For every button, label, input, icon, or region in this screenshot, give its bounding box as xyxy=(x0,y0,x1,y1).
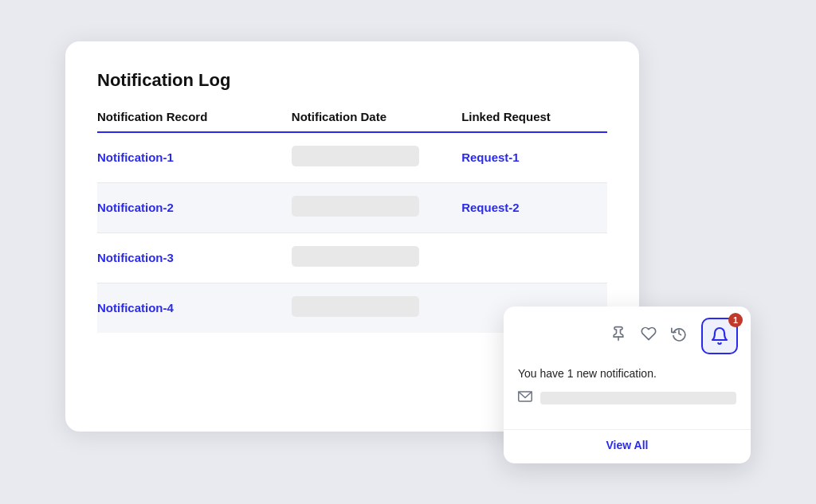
notification-link-2[interactable]: Notification-2 xyxy=(97,201,174,214)
col-header-request: Linked Request xyxy=(461,110,607,132)
popup-body: You have 1 new notification. xyxy=(504,362,751,429)
card-title: Notification Log xyxy=(97,70,607,91)
bell-icon xyxy=(710,326,729,346)
pin-icon[interactable] xyxy=(610,326,626,346)
table-row: Notification-2 Request-2 xyxy=(97,182,607,232)
envelope-icon xyxy=(518,391,532,405)
popup-item xyxy=(518,391,736,405)
date-placeholder-1 xyxy=(292,146,419,166)
col-header-record: Notification Record xyxy=(97,110,292,132)
date-placeholder-4 xyxy=(292,296,419,317)
view-all-link[interactable]: View All xyxy=(606,439,649,451)
popup-toolbar: 1 xyxy=(504,307,751,362)
date-placeholder-3 xyxy=(292,246,419,267)
date-placeholder-2 xyxy=(292,196,419,217)
request-link-2[interactable]: Request-2 xyxy=(461,201,520,214)
col-header-date: Notification Date xyxy=(292,110,461,132)
notification-table: Notification Record Notification Date Li… xyxy=(97,110,607,333)
notification-popup: 1 You have 1 new notification. View All xyxy=(504,307,751,463)
bell-button[interactable]: 1 xyxy=(701,318,738,354)
popup-message: You have 1 new notification. xyxy=(518,367,736,380)
notification-link-3[interactable]: Notification-3 xyxy=(97,251,174,264)
bell-badge: 1 xyxy=(728,313,743,327)
heart-icon[interactable] xyxy=(641,326,657,346)
notification-item-bar xyxy=(540,392,736,404)
notification-link-4[interactable]: Notification-4 xyxy=(97,301,174,315)
request-link-1[interactable]: Request-1 xyxy=(461,150,520,164)
table-row: Notification-1 Request-1 xyxy=(97,132,607,183)
table-row: Notification-3 xyxy=(97,232,607,283)
popup-footer: View All xyxy=(504,429,751,463)
history-icon[interactable] xyxy=(671,326,687,346)
notification-link-1[interactable]: Notification-1 xyxy=(97,150,174,164)
